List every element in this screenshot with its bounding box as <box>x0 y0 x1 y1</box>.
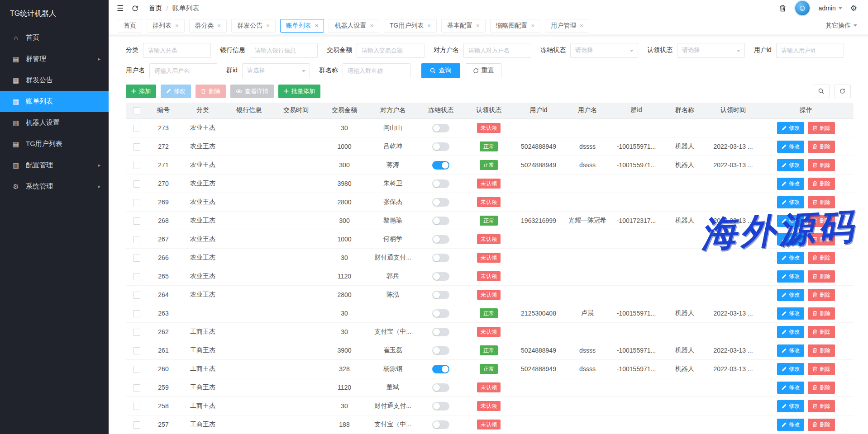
frozen-toggle[interactable] <box>432 161 449 170</box>
frozen-toggle[interactable] <box>432 254 449 262</box>
add-button[interactable]: 添加 <box>126 85 156 98</box>
user-menu[interactable]: admin <box>819 5 842 12</box>
frozen-toggle[interactable] <box>432 328 449 336</box>
row-delete-button[interactable]: 删除 <box>808 196 835 208</box>
bank-info-input[interactable] <box>250 43 318 58</box>
close-icon[interactable]: × <box>218 23 221 28</box>
sidebar-item-group-announce[interactable]: ▦群发公告 <box>0 70 109 91</box>
row-checkbox[interactable] <box>133 217 140 225</box>
sidebar-item-home[interactable]: ⌂首页 <box>0 27 109 48</box>
row-checkbox[interactable] <box>133 421 140 429</box>
frozen-toggle[interactable] <box>432 124 449 132</box>
payer-name-input[interactable] <box>463 43 531 58</box>
frozen-toggle[interactable] <box>432 198 449 207</box>
frozen-toggle[interactable] <box>432 309 449 318</box>
close-icon[interactable]: × <box>175 23 179 28</box>
row-checkbox[interactable] <box>133 329 140 336</box>
row-delete-button[interactable]: 删除 <box>808 178 835 190</box>
row-checkbox[interactable] <box>133 384 140 392</box>
tab-2[interactable]: 群分类× <box>189 19 227 33</box>
row-checkbox[interactable] <box>133 199 140 206</box>
row-delete-button[interactable]: 删除 <box>808 159 835 171</box>
row-delete-button[interactable]: 删除 <box>808 400 835 412</box>
sidebar-item-system-manage[interactable]: ⚙系统管理▸ <box>0 176 109 197</box>
row-checkbox[interactable] <box>133 143 140 151</box>
user-name-input[interactable] <box>149 63 217 78</box>
group-id-select[interactable]: 请选择 <box>242 63 310 78</box>
row-checkbox[interactable] <box>133 403 140 410</box>
row-edit-button[interactable]: 修改 <box>777 159 804 171</box>
frozen-toggle[interactable] <box>432 365 449 373</box>
row-edit-button[interactable]: 修改 <box>777 344 804 357</box>
tab-3[interactable]: 群发公告× <box>231 19 276 33</box>
row-edit-button[interactable]: 修改 <box>777 178 804 190</box>
batch-add-button[interactable]: 批量添加 <box>278 85 320 98</box>
gear-icon[interactable]: ⚙ <box>850 4 857 13</box>
reset-button[interactable]: 重置 <box>466 63 501 78</box>
row-checkbox[interactable] <box>133 347 140 354</box>
row-delete-button[interactable]: 删除 <box>808 382 835 394</box>
search-button[interactable]: 查询 <box>421 63 460 78</box>
sidebar-item-config-manage[interactable]: ▥配置管理▸ <box>0 155 109 176</box>
row-edit-button[interactable]: 修改 <box>777 400 804 412</box>
user-id-input[interactable] <box>776 43 844 58</box>
category-input[interactable] <box>143 43 211 58</box>
row-checkbox[interactable] <box>133 292 140 299</box>
refresh-icon[interactable] <box>132 5 138 12</box>
row-edit-button[interactable]: 修改 <box>777 289 804 301</box>
row-edit-button[interactable]: 修改 <box>777 382 804 394</box>
close-icon[interactable]: × <box>266 23 270 28</box>
frozen-toggle[interactable] <box>432 346 449 355</box>
frozen-status-select[interactable]: 请选择 <box>570 43 638 58</box>
row-checkbox[interactable] <box>133 236 140 243</box>
row-delete-button[interactable]: 删除 <box>808 252 835 264</box>
row-delete-button[interactable]: 删除 <box>808 270 835 283</box>
row-checkbox[interactable] <box>133 255 140 262</box>
close-icon[interactable]: × <box>315 23 319 28</box>
row-edit-button[interactable]: 修改 <box>777 215 804 227</box>
breadcrumb-home[interactable]: 首页 <box>148 4 162 13</box>
row-delete-button[interactable]: 删除 <box>808 289 835 301</box>
row-delete-button[interactable]: 删除 <box>808 419 835 431</box>
tab-5[interactable]: 机器人设置× <box>329 19 379 33</box>
tab-0[interactable]: 首页 <box>118 19 142 33</box>
claim-status-select[interactable]: 请选择 <box>677 43 745 58</box>
row-delete-button[interactable]: 删除 <box>808 307 835 320</box>
row-edit-button[interactable]: 修改 <box>777 122 804 134</box>
tab-7[interactable]: 基本配置× <box>441 19 486 33</box>
row-edit-button[interactable]: 修改 <box>777 419 804 431</box>
table-refresh-button[interactable] <box>834 85 851 98</box>
row-checkbox[interactable] <box>133 310 140 317</box>
frozen-toggle[interactable] <box>432 420 449 429</box>
row-checkbox[interactable] <box>133 162 140 169</box>
close-icon[interactable]: × <box>580 23 583 28</box>
close-icon[interactable]: × <box>427 23 431 28</box>
row-delete-button[interactable]: 删除 <box>808 344 835 357</box>
edit-button[interactable]: 修改 <box>161 85 191 98</box>
tab-9[interactable]: 用户管理× <box>545 19 589 33</box>
frozen-toggle[interactable] <box>432 179 449 188</box>
hamburger-menu-icon[interactable]: ☰ <box>117 4 124 13</box>
close-icon[interactable]: × <box>370 23 373 28</box>
row-edit-button[interactable]: 修改 <box>777 326 804 338</box>
row-checkbox[interactable] <box>133 125 140 132</box>
row-delete-button[interactable]: 删除 <box>808 141 835 153</box>
row-edit-button[interactable]: 修改 <box>777 233 804 245</box>
row-edit-button[interactable]: 修改 <box>777 270 804 283</box>
frozen-toggle[interactable] <box>432 383 449 392</box>
row-delete-button[interactable]: 删除 <box>808 326 835 338</box>
view-detail-button[interactable]: 查看详情 <box>230 85 274 98</box>
delete-button[interactable]: 删除 <box>196 85 226 98</box>
select-all-checkbox[interactable] <box>133 107 140 114</box>
avatar[interactable]: ☺ <box>794 0 811 16</box>
row-delete-button[interactable]: 删除 <box>808 233 835 245</box>
tab-6[interactable]: TG用户列表× <box>384 19 437 33</box>
tab-8[interactable]: 缩略图配置× <box>490 19 541 33</box>
close-icon[interactable]: × <box>476 23 480 28</box>
row-delete-button[interactable]: 删除 <box>808 122 835 134</box>
row-edit-button[interactable]: 修改 <box>777 307 804 320</box>
sidebar-item-group-manage[interactable]: ▦群管理▸ <box>0 48 109 70</box>
row-delete-button[interactable]: 删除 <box>808 215 835 227</box>
row-delete-button[interactable]: 删除 <box>808 363 835 375</box>
trash-icon[interactable] <box>779 5 786 12</box>
